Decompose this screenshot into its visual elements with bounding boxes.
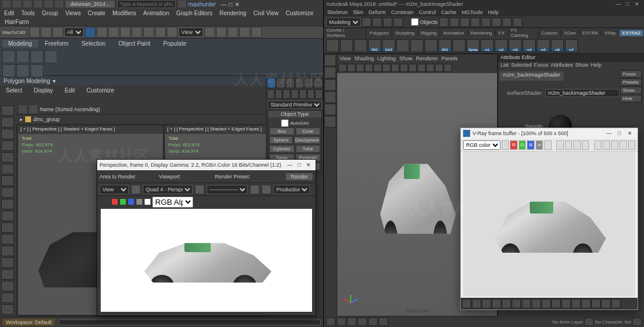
minimize-button[interactable]: — (221, 1, 227, 8)
menu-rendering[interactable]: Rendering (217, 9, 249, 17)
link-icon[interactable] (611, 140, 618, 150)
shelf-button-rig[interactable]: RIG (368, 39, 381, 52)
panel-tool-icon[interactable] (356, 64, 364, 72)
tool-icon[interactable] (1, 199, 14, 209)
panel-tool-icon[interactable] (426, 64, 434, 72)
render-titlebar[interactable]: Perspective, frame 0, Display Gamma: 2.2… (97, 160, 316, 170)
hierarchy-tab-icon[interactable] (286, 78, 294, 88)
blue-swatch-icon[interactable] (128, 198, 135, 205)
shelf-vray[interactable]: VRay (601, 30, 619, 36)
preset-icon[interactable] (262, 185, 271, 194)
status-icon[interactable] (502, 18, 512, 27)
status-icon[interactable] (460, 18, 470, 27)
shelf-button[interactable] (410, 39, 423, 52)
ribbon-populate[interactable]: Populate (157, 40, 192, 47)
history-icon[interactable] (462, 299, 471, 308)
production-select[interactable]: Production (273, 185, 310, 194)
rollout-header[interactable]: Object Type (268, 111, 321, 118)
step-fwd-icon[interactable] (368, 318, 378, 326)
charset-label[interactable]: No Character Set (595, 319, 631, 325)
ribbon-objectpaint[interactable]: Object Paint (112, 40, 156, 47)
lens-icon[interactable] (492, 299, 501, 308)
attr-help[interactable]: Help (591, 62, 602, 70)
cone-button[interactable]: Cone (296, 128, 321, 135)
menu-hairfarm[interactable]: HairFarm (1, 18, 33, 26)
red-channel-icon[interactable]: R (510, 140, 517, 150)
tool-icon[interactable] (1, 269, 14, 280)
vfb-titlebar[interactable]: V-Ray frame buffer - [100% of 500 x 500]… (461, 128, 638, 139)
tool-icon[interactable] (1, 152, 14, 163)
shelf-button[interactable] (354, 39, 367, 52)
channel-dropdown[interactable]: RGB color (463, 140, 501, 150)
menu-help[interactable]: Help (485, 9, 501, 16)
panel-tool-icon[interactable] (365, 64, 373, 72)
preset-select[interactable]: ----------------- (207, 185, 248, 194)
menu-cache[interactable]: Cache (439, 9, 459, 16)
ribbon-btn[interactable] (30, 64, 43, 77)
move-icon[interactable] (132, 27, 142, 37)
close-button[interactable]: ✕ (304, 161, 313, 169)
rotate-icon[interactable] (143, 27, 154, 37)
attr-selected[interactable]: Selected (511, 62, 532, 70)
time-slider[interactable] (59, 319, 321, 325)
bg-icon[interactable] (551, 299, 561, 308)
layertab-display[interactable]: Display (30, 87, 57, 94)
menu-control[interactable]: Control (417, 9, 439, 16)
alpha-swatch-icon[interactable] (136, 198, 143, 205)
view-dropdown[interactable]: View (179, 27, 203, 37)
tool-icon[interactable] (1, 246, 14, 256)
play-end-icon[interactable] (379, 318, 388, 326)
shelf-extra[interactable]: EXTRA (580, 30, 602, 36)
saveall-icon[interactable] (565, 140, 572, 150)
tool-icon[interactable] (1, 257, 14, 268)
menu-modifiers[interactable]: Modifiers (109, 9, 139, 17)
panel-tool-icon[interactable] (435, 64, 443, 72)
close-button[interactable]: ✕ (632, 1, 642, 8)
tool-icon[interactable] (1, 164, 14, 174)
ocio-icon[interactable] (581, 299, 591, 308)
copy-icon[interactable] (582, 140, 589, 150)
rotate-tool-icon[interactable] (324, 104, 336, 115)
shelf-animation[interactable]: Animation (440, 30, 468, 36)
panel-shading[interactable]: Shading (354, 56, 374, 61)
node-label[interactable]: dmc_group (33, 116, 60, 122)
tool-icon[interactable] (1, 187, 14, 198)
sort-label[interactable]: Name (Sorted Ascending) (40, 106, 100, 112)
unlink-icon[interactable] (41, 27, 52, 37)
shelf-button-sprite[interactable]: Sprite (467, 39, 479, 52)
menu-grapheditors[interactable]: Graph Editors (173, 9, 215, 17)
document-tab[interactable]: delorean_2014... (66, 1, 115, 8)
tool-icon[interactable] (1, 304, 14, 315)
status-icon[interactable] (481, 18, 491, 27)
clear-icon[interactable] (573, 140, 580, 150)
info-icon[interactable] (611, 299, 621, 308)
link-icon[interactable] (29, 27, 40, 37)
panel-lighting[interactable]: Lighting (377, 56, 396, 61)
mono-icon[interactable] (544, 140, 551, 150)
panel-tool-icon[interactable] (417, 64, 426, 72)
attr-show[interactable]: Show (576, 62, 589, 70)
attr-attributes[interactable]: Attributes (551, 62, 573, 70)
ribbon-btn[interactable] (30, 50, 43, 63)
ribbon-btn[interactable] (16, 64, 29, 77)
stamp-icon[interactable] (502, 299, 511, 308)
trackmouse-icon[interactable] (602, 140, 609, 150)
menu-edit[interactable]: Edit (1, 9, 17, 17)
shader-field[interactable]: m2m_backImageShader (545, 89, 619, 97)
expand-icon[interactable]: ▸ (20, 116, 23, 122)
menu-customize[interactable]: Customize (283, 9, 316, 17)
shelf-button-rig[interactable]: RIG (439, 39, 451, 52)
menu-skeleton[interactable]: Skeleton (325, 9, 350, 16)
shelf-rendering[interactable]: Rendering (468, 30, 496, 36)
maximize-button[interactable]: □ (623, 1, 632, 8)
shelf-button[interactable]: m3 (509, 39, 522, 52)
select-name-icon[interactable] (97, 27, 107, 37)
selection-filter[interactable]: All (64, 27, 84, 37)
shelf-polygons[interactable]: Polygons (366, 30, 392, 36)
tool-icon[interactable] (1, 234, 14, 245)
levels-icon[interactable] (542, 299, 551, 308)
force-icon[interactable] (591, 299, 601, 308)
prefs-icon[interactable] (632, 318, 642, 326)
signin-icon[interactable] (178, 1, 186, 8)
shapes-icon[interactable] (275, 90, 283, 99)
